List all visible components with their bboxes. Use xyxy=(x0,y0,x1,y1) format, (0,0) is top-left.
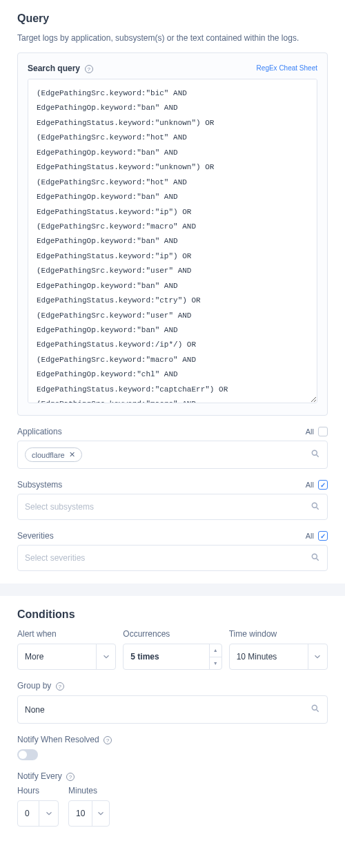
svg-line-7 xyxy=(317,710,319,712)
conditions-heading: Conditions xyxy=(17,608,328,621)
occurrences-value: 5 times xyxy=(124,644,208,669)
regex-cheat-link[interactable]: RegEx Cheat Sheet xyxy=(257,64,317,72)
applications-all-label: All xyxy=(306,427,314,436)
help-icon[interactable]: ? xyxy=(56,682,64,691)
applications-label: Applications xyxy=(17,427,62,436)
occurrences-stepper[interactable]: ▲ ▼ xyxy=(209,644,221,669)
search-icon[interactable] xyxy=(310,501,320,513)
subsystems-placeholder: Select subsystems xyxy=(25,502,94,512)
svg-point-4 xyxy=(312,554,317,559)
svg-point-0 xyxy=(312,450,317,455)
chevron-down-icon xyxy=(39,801,58,826)
severities-all-checkbox[interactable]: ✓ xyxy=(318,531,328,541)
group-by-value: None xyxy=(25,705,45,715)
chevron-down-icon[interactable]: ▼ xyxy=(210,657,221,670)
minutes-select[interactable]: 10 xyxy=(68,800,110,827)
help-icon[interactable]: ? xyxy=(103,736,112,744)
svg-line-5 xyxy=(317,558,319,560)
alert-when-select[interactable]: More xyxy=(17,644,116,670)
chevron-up-icon[interactable]: ▲ xyxy=(210,644,221,657)
occurrences-input[interactable]: 5 times ▲ ▼ xyxy=(123,644,221,670)
hours-label: Hours xyxy=(17,786,59,795)
search-panel: Search query ? RegEx Cheat Sheet xyxy=(17,52,328,416)
search-icon xyxy=(310,704,320,715)
subsystems-input[interactable]: Select subsystems xyxy=(17,494,328,520)
applications-input[interactable]: cloudflare ✕ xyxy=(17,441,328,469)
occurrences-label: Occurrences xyxy=(123,629,221,639)
alert-when-label: Alert when xyxy=(17,629,116,639)
hours-value: 0 xyxy=(18,801,39,826)
severities-all-label: All xyxy=(306,532,314,540)
time-window-select[interactable]: 10 Minutes xyxy=(229,644,328,670)
notify-resolved-toggle[interactable] xyxy=(17,749,38,760)
applications-chip[interactable]: cloudflare ✕ xyxy=(25,447,82,462)
search-query-label: Search query xyxy=(28,64,80,73)
search-icon[interactable] xyxy=(310,552,320,564)
group-by-label: Group by ? xyxy=(17,681,328,691)
search-query-input[interactable] xyxy=(28,79,317,403)
chevron-down-icon xyxy=(96,644,115,669)
severities-input[interactable]: Select severities xyxy=(17,545,328,571)
help-icon[interactable]: ? xyxy=(66,773,75,781)
minutes-value: 10 xyxy=(69,801,92,826)
subsystems-all-checkbox[interactable]: ✓ xyxy=(318,480,328,490)
query-subtitle: Target logs by application, subsystem(s)… xyxy=(17,33,328,43)
minutes-label: Minutes xyxy=(68,786,110,795)
chevron-down-icon xyxy=(308,644,327,669)
time-window-value: 10 Minutes xyxy=(230,644,308,669)
search-icon[interactable] xyxy=(310,449,320,461)
hours-select[interactable]: 0 xyxy=(17,800,59,827)
alert-when-value: More xyxy=(18,644,96,669)
notify-resolved-label: Notify When Resolved ? xyxy=(17,735,328,744)
svg-point-2 xyxy=(312,503,317,508)
time-window-label: Time window xyxy=(229,629,328,639)
svg-line-3 xyxy=(317,507,319,509)
applications-all-checkbox[interactable] xyxy=(318,427,328,436)
svg-line-1 xyxy=(317,455,319,457)
severities-label: Severities xyxy=(17,531,54,541)
chip-remove-icon[interactable]: ✕ xyxy=(69,450,75,459)
chip-label: cloudflare xyxy=(32,451,65,459)
query-heading: Query xyxy=(17,12,328,25)
group-by-select[interactable]: None xyxy=(17,695,328,724)
subsystems-all-label: All xyxy=(306,481,314,489)
help-icon[interactable]: ? xyxy=(85,65,93,73)
svg-point-6 xyxy=(312,705,317,710)
subsystems-label: Subsystems xyxy=(17,480,62,490)
severities-placeholder: Select severities xyxy=(25,553,85,563)
notify-every-label: Notify Every ? xyxy=(17,771,328,781)
divider xyxy=(0,584,345,596)
chevron-down-icon xyxy=(92,801,109,826)
